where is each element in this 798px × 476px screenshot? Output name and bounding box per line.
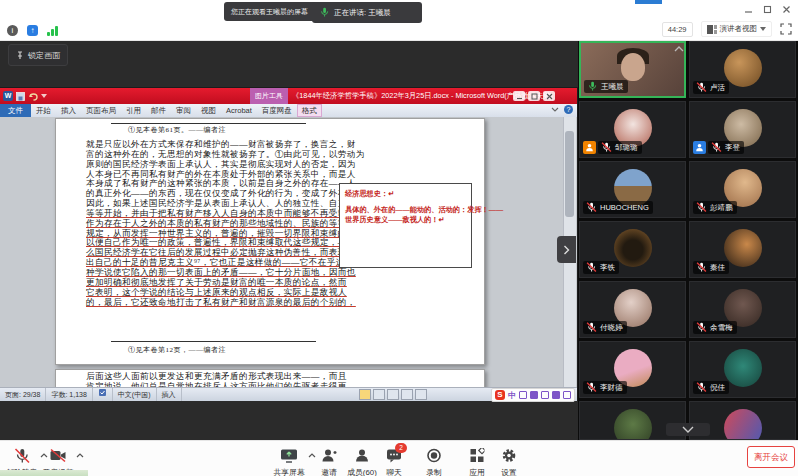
mic-muted-icon (601, 142, 612, 153)
close-button[interactable] (781, 4, 792, 15)
participant-tile[interactable]: 余雪梅 (689, 281, 796, 338)
tab-format[interactable]: 格式 (297, 104, 322, 117)
insert-mode-indicator[interactable]: 插入 (157, 388, 182, 401)
participant-tile[interactable]: 李登 (689, 101, 796, 158)
participants-sidebar: 王曦晨 卢活 邹璐璐 李登 HUBOCHENG (578, 40, 798, 440)
pin-icon (16, 51, 24, 60)
word-count[interactable]: 字数: 1,138 (46, 388, 92, 401)
tab-mailings[interactable]: 邮件 (146, 104, 171, 117)
settings-button[interactable]: 设置 (487, 445, 531, 475)
sogou-logo-icon[interactable]: S (495, 390, 505, 400)
tab-acrobat[interactable]: Acrobat (221, 104, 257, 117)
scroll-down-button[interactable] (666, 423, 710, 436)
role-badge-icon (693, 141, 706, 154)
meeting-security-icon[interactable]: ↑ (27, 25, 38, 36)
sidebar-collapse-button[interactable] (557, 236, 576, 263)
meeting-info-icon[interactable]: i (7, 25, 18, 36)
help-icon[interactable]: ? (564, 105, 573, 114)
punctuation-icon[interactable] (519, 391, 527, 399)
scroll-up-button[interactable] (672, 44, 686, 53)
web-layout-view-button[interactable] (387, 389, 399, 400)
participant-name: 王曦晨 (601, 82, 624, 92)
keyboard-icon[interactable] (552, 391, 560, 399)
tab-review[interactable]: 审阅 (171, 104, 196, 117)
mic-muted-icon (586, 262, 597, 273)
footnote-text: ①见本卷第12页，——编者注 (128, 345, 226, 355)
outline-view-button[interactable] (401, 389, 413, 400)
tab-file[interactable]: 文件 (0, 104, 31, 117)
participant-tile[interactable]: 邹璐璐 (579, 101, 686, 158)
scrollbar-thumb[interactable] (565, 131, 574, 217)
participant-name: 邹璐璐 (615, 143, 638, 153)
tab-insert[interactable]: 插入 (56, 104, 81, 117)
participant-tile[interactable]: 彭靖鹏 (689, 161, 796, 218)
chat-label: 聊天 (386, 467, 402, 476)
tab-references[interactable]: 引用 (121, 104, 146, 117)
language-indicator[interactable]: 中文(中国) (113, 388, 157, 401)
participant-name: 付晓婷 (600, 323, 623, 333)
leave-meeting-button[interactable]: 离开会议 (747, 446, 795, 468)
taskbar-edge (0, 470, 88, 476)
tab-view[interactable]: 视图 (196, 104, 221, 117)
avatar (724, 49, 762, 87)
participant-tile[interactable]: 付晓婷 (579, 281, 686, 338)
word-restore-button[interactable] (528, 91, 540, 101)
shared-screen-area: 锁定画面 W 图片工具 《1844年经济学哲学手稿》2022年3月25日.doc… (0, 40, 578, 440)
word-window-controls (513, 91, 555, 101)
participant-tile[interactable]: 倪佳 (689, 341, 796, 398)
camera-off-icon (49, 448, 67, 463)
annotation-text-box[interactable]: 经济思想史：↵ 具体的、外在的——能动的、活动的：发挥！—— 世界历史意义——敌… (339, 183, 472, 268)
meeting-bottom-toolbar: 解除静音 开启视频 共享屏幕 邀请 (0, 440, 798, 476)
draft-view-button[interactable] (415, 389, 427, 400)
view-mode-button[interactable]: 演讲者视图 (701, 21, 773, 37)
mic-muted-icon (586, 382, 597, 393)
participant-tile[interactable]: HUBOCHENG (579, 161, 686, 218)
lock-view-label: 锁定画面 (28, 50, 60, 61)
print-layout-view-button[interactable] (359, 389, 371, 400)
chat-button[interactable]: 2 聊天 (372, 445, 416, 475)
proofing-icon[interactable] (93, 388, 113, 401)
participant-name: HUBOCHENG (600, 203, 649, 212)
participant-tile[interactable]: 李铁 (579, 221, 686, 278)
quick-access-caret-icon[interactable] (41, 94, 47, 98)
lock-view-button[interactable]: 锁定画面 (8, 44, 68, 66)
record-button[interactable]: 录制 (412, 445, 456, 475)
chinese-mode-icon[interactable]: 中 (508, 390, 516, 401)
voice-input-icon[interactable] (541, 391, 549, 399)
toolbox-icon[interactable] (563, 391, 571, 399)
video-options-chevron-icon[interactable] (76, 453, 84, 458)
collapse-ribbon-icon[interactable] (551, 107, 559, 112)
maximize-button[interactable] (762, 4, 773, 15)
participant-tile[interactable]: 王曦晨 (579, 41, 686, 98)
tab-page-layout[interactable]: 页面布局 (81, 104, 121, 117)
participant-name: 李铁 (600, 263, 615, 273)
share-screen-button[interactable]: 共享屏幕 (267, 445, 311, 475)
tab-home[interactable]: 开始 (31, 104, 56, 117)
network-signal-icon[interactable] (47, 25, 58, 36)
chevron-right-icon (563, 245, 570, 255)
page-indicator[interactable]: 页面: 29/38 (0, 388, 46, 401)
participant-tile[interactable]: 秦佳 (689, 221, 796, 278)
word-close-button[interactable] (543, 91, 555, 101)
word-title-bar[interactable]: W 图片工具 《1844年经济学哲学手稿》2022年3月25日.docx - M… (0, 88, 577, 104)
tab-baidu-netdisk[interactable]: 百度网盘 (257, 104, 297, 117)
undo-icon[interactable] (28, 92, 38, 101)
word-minimize-button[interactable] (513, 91, 525, 101)
layout-grid-icon (707, 25, 717, 34)
participant-tile[interactable]: 李财德 (579, 341, 686, 398)
view-switcher-buttons (359, 389, 427, 400)
participant-tile[interactable]: 卢活 (689, 41, 796, 98)
fullscreen-icon[interactable] (780, 23, 792, 35)
mic-muted-icon (696, 202, 707, 213)
emoji-icon[interactable] (530, 391, 538, 399)
document-canvas[interactable]: ①见本卷第61页。——编者注 就是只应以外在方式来保存和维护的——财富被扬弃了，… (0, 117, 577, 387)
chevron-down-icon (760, 27, 766, 31)
save-icon[interactable] (16, 92, 25, 101)
minimize-button[interactable] (743, 4, 754, 15)
fullscreen-view-button[interactable] (373, 389, 385, 400)
document-text-line-underlined: 的，最后，它还致命地打击了私有财产和财富源泉的最后的个别的， (86, 298, 404, 308)
avatar (724, 349, 762, 387)
meeting-top-bar: 您正在观看王曦晨的屏幕 正在讲话: 王曦晨 i ↑ 44:29 演讲者视图 (0, 0, 798, 41)
participant-name: 李登 (725, 143, 740, 153)
document-page-next: 后面这些人面前以更发达和更充满矛盾的形式表现出来——，而且 肯定地说，他们总是自… (55, 369, 485, 387)
